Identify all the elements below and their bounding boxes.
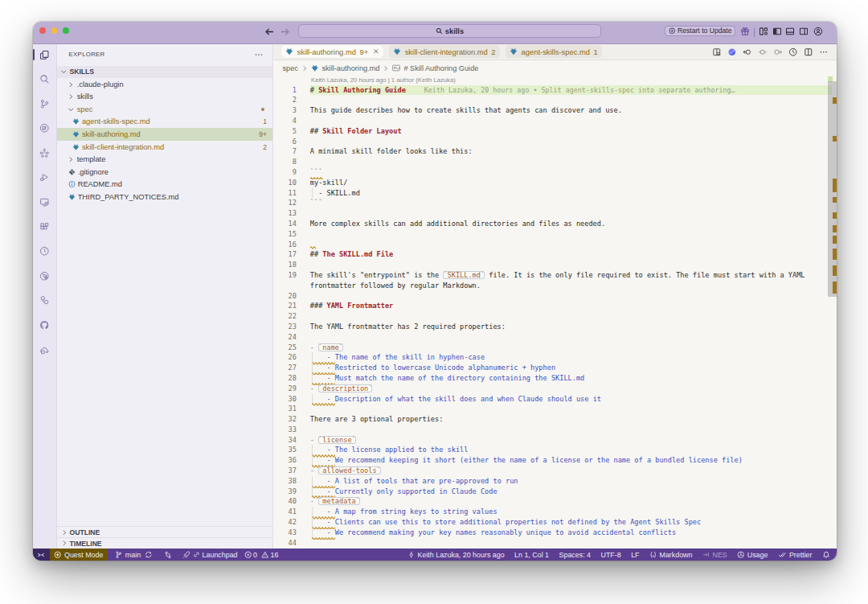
code-line-7[interactable]: 7A minimal skill folder looks like this: xyxy=(273,146,837,157)
code-line-29[interactable]: 29- `description` xyxy=(273,384,837,394)
code-line-14[interactable]: 14More complex skills can add additional… xyxy=(273,219,837,229)
code-line-8[interactable]: 8 xyxy=(273,157,837,167)
code-line-1[interactable]: 1# Skill Authoring GuideKeith Lazuka, 20… xyxy=(273,85,837,96)
code-line-5[interactable]: 5## Skill Folder Layout xyxy=(273,126,837,137)
code-line-21[interactable]: 21### YAML Frontmatter xyxy=(273,301,837,311)
toggle-secondary-sidebar-icon[interactable] xyxy=(799,27,809,36)
code-line-9[interactable]: 9``` xyxy=(273,167,837,178)
usage-item[interactable]: Usage xyxy=(737,551,768,559)
zoom-window-button[interactable] xyxy=(63,27,69,34)
code-line-23[interactable]: 23The YAML frontmatter has 2 required pr… xyxy=(273,322,837,332)
code-line-40[interactable]: 40- `metadata` xyxy=(273,496,837,507)
tree-item-agent-skills-spec-md[interactable]: agent-skills-spec.md1 xyxy=(57,116,272,129)
quest-mode-item[interactable]: Quest Mode xyxy=(50,549,108,561)
code-line-34[interactable]: 34- `license` xyxy=(273,435,837,446)
code-line-10[interactable]: 10my-skill/ xyxy=(273,178,837,188)
cloud-deploy-icon[interactable] xyxy=(39,345,50,355)
previous-change-icon[interactable] xyxy=(743,47,752,57)
sidebar-more-icon[interactable] xyxy=(254,50,264,60)
code-line-18[interactable]: 18 xyxy=(273,260,837,270)
tree-item--gitignore[interactable]: .gitignore xyxy=(57,166,272,179)
code-line-15[interactable]: 15 xyxy=(273,229,837,240)
code-line-4[interactable]: 4 xyxy=(273,116,837,126)
code-line-38[interactable]: 38 - A list of tools that are pre-approv… xyxy=(273,476,837,487)
toggle-primary-sidebar-icon[interactable] xyxy=(772,27,782,36)
code-area[interactable]: Keith Lazuka, 20 hours ago | 1 author (K… xyxy=(273,76,837,549)
code-line-wrap[interactable]: frontmatter followed by regular Markdown… xyxy=(273,281,837,291)
tree-item-skill-authoring-md[interactable]: skill-authoring.md9+ xyxy=(57,128,272,141)
timeline-open-icon[interactable] xyxy=(788,47,798,57)
navigate-back-icon[interactable] xyxy=(264,27,275,37)
extensions-icon[interactable] xyxy=(39,222,50,232)
search-icon[interactable] xyxy=(39,74,50,84)
tree-item--claude-plugin[interactable]: .claude-plugin xyxy=(57,78,272,91)
gift-icon[interactable] xyxy=(740,27,750,36)
code-line-28[interactable]: 28 - Must match the name of the director… xyxy=(273,373,837,384)
sidebar-section-outline[interactable]: OUTLINE xyxy=(57,526,272,537)
codelens-blame[interactable]: Keith Lazuka, 20 hours ago | 1 author (K… xyxy=(273,76,837,85)
close-window-button[interactable] xyxy=(39,27,46,34)
code-line-25[interactable]: 25- `name` xyxy=(273,343,837,353)
code-line-33[interactable]: 33 xyxy=(273,425,837,435)
navigate-forward-icon[interactable] xyxy=(280,27,290,37)
tab-skill-client-integration.md[interactable]: skill-client-integration.md2 xyxy=(389,45,500,58)
code-line-41[interactable]: 41 - A map from string keys to string va… xyxy=(273,507,837,517)
code-line-17[interactable]: 17## The SKILL.md File xyxy=(273,249,837,260)
tree-item-skill-client-integration-md[interactable]: skill-client-integration.md2 xyxy=(57,141,272,154)
code-line-44[interactable]: 44 xyxy=(273,538,837,549)
code-line-32[interactable]: 32There are 3 optional properties: xyxy=(273,414,837,425)
minimize-window-button[interactable] xyxy=(51,27,58,34)
language-mode-item[interactable]: Markdown xyxy=(649,551,692,559)
line-blame-item[interactable]: Keith Lazuka, 20 hours ago xyxy=(407,551,505,559)
code-line-31[interactable]: 31 xyxy=(273,404,837,414)
change-icon[interactable] xyxy=(758,47,768,57)
split-editor-icon[interactable] xyxy=(804,47,813,57)
code-line-16[interactable]: 16 xyxy=(273,240,837,250)
tab-agent-skills-spec.md[interactable]: agent-skills-spec.md1 xyxy=(506,45,603,58)
tree-item-template[interactable]: template xyxy=(57,153,272,166)
eol-item[interactable]: LF xyxy=(631,551,639,559)
extension-cluster-icon[interactable] xyxy=(39,148,50,158)
tab-skill-authoring.md[interactable]: skill-authoring.md9+ xyxy=(281,45,384,58)
toggle-panel-icon[interactable] xyxy=(785,27,795,36)
code-line-43[interactable]: 43 - We recommend making your key names … xyxy=(273,528,837,538)
code-line-6[interactable]: 6 xyxy=(273,137,837,147)
next-change-icon[interactable] xyxy=(773,47,783,57)
remote-explorer-icon[interactable] xyxy=(39,197,50,207)
close-icon[interactable] xyxy=(373,48,379,55)
code-line-42[interactable]: 42 - Clients can use this to store addit… xyxy=(273,517,837,528)
code-line-13[interactable]: 13 xyxy=(273,208,837,219)
code-line-36[interactable]: 36 - We recommend keeping it short (eith… xyxy=(273,455,837,466)
code-line-37[interactable]: 37- `allowed-tools` xyxy=(273,466,837,476)
code-line-27[interactable]: 27 - Restricted to lowercase Unicode alp… xyxy=(273,363,837,373)
breadcrumb-file[interactable]: skill-authoring.md xyxy=(321,64,379,72)
more-actions-icon[interactable] xyxy=(819,47,829,57)
encoding-item[interactable]: UTF-8 xyxy=(601,551,621,559)
code-line-30[interactable]: 30 - Description of what the skill does … xyxy=(273,394,837,405)
references-icon[interactable] xyxy=(39,295,50,306)
breadcrumb-folder[interactable]: spec xyxy=(283,64,298,72)
prettier-item[interactable]: Prettier xyxy=(778,551,813,559)
problems-item[interactable]: 0 16 xyxy=(244,551,279,559)
launchpad-item[interactable]: Launchpad xyxy=(182,551,238,559)
code-line-2[interactable]: 2 xyxy=(273,95,837,105)
code-line-3[interactable]: 3This guide describes how to create skil… xyxy=(273,105,837,116)
indentation-item[interactable]: Spaces: 4 xyxy=(559,551,591,559)
code-line-26[interactable]: 26 - The name of the skill in hyphen-cas… xyxy=(273,352,837,363)
code-line-22[interactable]: 22 xyxy=(273,311,837,322)
tree-item-spec[interactable]: spec xyxy=(57,103,272,116)
commit-graph-item[interactable] xyxy=(164,551,172,559)
command-center-search[interactable]: skills xyxy=(298,24,601,38)
code-line-20[interactable]: 20 xyxy=(273,291,837,302)
code-line-24[interactable]: 24 xyxy=(273,332,837,343)
nes-item[interactable]: NES xyxy=(702,551,727,559)
open-preview-icon[interactable] xyxy=(712,47,722,57)
session-gear-icon[interactable] xyxy=(39,271,50,281)
code-line-11[interactable]: 11 - SKILL.md xyxy=(273,188,837,199)
code-line-35[interactable]: 35 - The license applied to the skill xyxy=(273,445,837,455)
code-line-39[interactable]: 39 - Currently only supported in Claude … xyxy=(273,487,837,497)
sidebar-section-timeline[interactable]: TIMELINE xyxy=(57,537,272,549)
branch-item[interactable]: main xyxy=(115,551,152,559)
restart-to-update-button[interactable]: Restart to Update xyxy=(665,26,735,36)
code-line-19[interactable]: 19The skill's "entrypoint" is the `SKILL… xyxy=(273,270,837,281)
